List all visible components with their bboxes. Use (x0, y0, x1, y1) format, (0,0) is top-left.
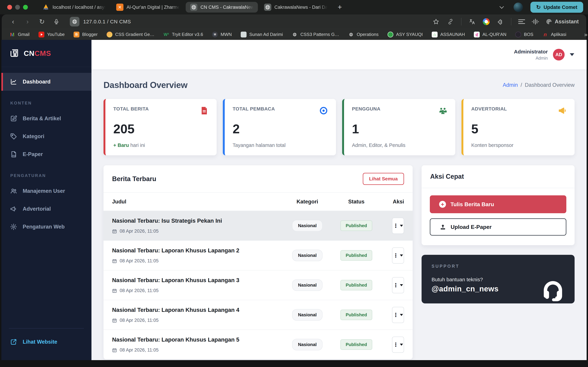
tab-list-chevron-icon[interactable] (499, 4, 504, 8)
bookmark-gmail[interactable]: M Gmail (9, 32, 30, 37)
browser-profile-icon[interactable] (483, 18, 490, 25)
sidebar-item-advertorial[interactable]: Advertorial (1, 200, 92, 218)
extensions-puzzle-icon[interactable] (496, 18, 504, 25)
bookmark-aplikasi[interactable]: n Aplikasi (542, 32, 566, 37)
refresh-icon: ↻ (536, 4, 541, 10)
row-actions-dropdown[interactable]: ⋮ (392, 307, 404, 323)
sidebar-item-kategori[interactable]: Kategori (1, 127, 92, 145)
bookmark-youtube[interactable]: YouTube (39, 32, 65, 37)
row-actions-dropdown[interactable]: ⋮ (392, 218, 404, 234)
sidebar-item-epaper[interactable]: PDF E-Paper (1, 145, 92, 163)
tab-title: Al-Qur'an Digital | Zharmedia (127, 5, 179, 10)
lihat-semua-button[interactable]: Lihat Semua (363, 173, 404, 185)
bookmark-operations[interactable]: Operations (348, 32, 379, 37)
tab-bar: PMA localhost / localhost / asysya ✕ Al-… (0, 0, 588, 14)
update-comet-button[interactable]: ↻ Update Comet (530, 2, 583, 13)
tulis-berita-baru-button[interactable]: + Tulis Berita Baru (430, 195, 566, 213)
calendar-icon (112, 288, 117, 293)
sidebar-section-konten: KONTEN (1, 91, 92, 110)
row-actions-dropdown[interactable]: ⋮ (392, 277, 404, 293)
bookmark-bos[interactable]: BOS (515, 32, 533, 37)
bookmarks-overflow-chevron[interactable]: » (584, 31, 588, 38)
reading-list-icon[interactable] (518, 19, 525, 24)
bookmark-tryit-editor[interactable]: W³ Tryit Editor v3.6 (163, 32, 203, 37)
stat-cards: TOTAL BERITA 205 + Baru hari ini TOTAL P… (103, 99, 575, 155)
page-frame: CNCMS Dashboard KONTEN Berita & Artikel … (0, 40, 588, 360)
category-badge: Nasional (292, 309, 322, 321)
bookmark-star-icon[interactable] (432, 18, 440, 25)
file-lines-icon (200, 106, 209, 116)
user-menu-caret-icon[interactable] (570, 53, 574, 56)
aplikasi-icon: n (542, 32, 548, 37)
bookmark-mwn[interactable]: M MWN (212, 32, 232, 37)
row-actions-dropdown[interactable]: ⋮ (392, 337, 404, 353)
tab-cakrawalanews[interactable]: CakrawalaNews - Dari Daera (260, 2, 332, 13)
back-button[interactable]: ‹ (9, 18, 17, 25)
bookmark-sunan-ad-darimi[interactable]: Sunan Ad Darimi (241, 32, 283, 37)
svg-text:PDF: PDF (12, 155, 16, 157)
sidebar-item-pengaturan-web[interactable]: Pengaturan Web (1, 218, 92, 236)
copy-link-icon[interactable] (447, 18, 454, 25)
external-link-icon (10, 338, 17, 346)
maximize-window-button[interactable] (23, 5, 28, 10)
chart-line-icon (10, 78, 17, 85)
edit-icon (10, 115, 17, 122)
bookmark-assaunah[interactable]: ⌂ ASSAUNAH (432, 32, 465, 37)
translate-icon[interactable] (468, 18, 476, 25)
megaphone-icon (558, 106, 567, 116)
bookmark-alquran[interactable]: ʠ AL-QUR'AN (474, 32, 506, 37)
table-row: Nasional Terbaru: Laporan Khusus Lapanga… (103, 270, 413, 300)
row-actions-dropdown[interactable]: ⋮ (392, 247, 404, 264)
assistant-icon (546, 18, 552, 25)
breadcrumb: Admin / Dashboard Overview (503, 82, 575, 88)
minimize-window-button[interactable] (15, 5, 20, 10)
close-window-button[interactable] (7, 5, 12, 10)
app-logo[interactable]: CNCMS (1, 40, 92, 67)
newspaper-icon (9, 48, 19, 59)
aksi-cepat-panel: Aksi Cepat + Tulis Berita Baru Upload E-… (422, 165, 575, 245)
address-bar[interactable]: 127.0.0.1 / CN CMS (70, 17, 425, 26)
bos-icon (515, 32, 521, 37)
sidebar-item-manajemen-user[interactable]: Manajemen User (1, 182, 92, 200)
sidebar-item-dashboard[interactable]: Dashboard (1, 73, 92, 91)
blogger-icon: B (74, 32, 79, 37)
tag-icon (10, 133, 17, 140)
category-badge: Nasional (292, 279, 322, 291)
site-info-globe-icon[interactable] (70, 17, 79, 26)
bookmark-asy-syauqi[interactable]: ASY SYAUQI (388, 32, 423, 37)
forward-button[interactable]: › (24, 18, 31, 25)
bookmark-blogger[interactable]: B Blogger (74, 32, 98, 37)
sunan-icon (241, 32, 247, 37)
avatar[interactable]: AD (553, 49, 565, 60)
window-bottom-edge (0, 360, 588, 367)
breadcrumb-admin-link[interactable]: Admin (503, 82, 518, 88)
stat-card-total-berita: TOTAL BERITA 205 + Baru hari ini (103, 99, 217, 155)
status-badge: Published (341, 250, 372, 261)
status-badge: Published (341, 220, 372, 231)
dashboard-content: Dashboard Overview Admin / Dashboard Ove… (92, 69, 587, 360)
voice-waveform-icon[interactable] (532, 19, 539, 25)
reload-button[interactable]: ↻ (38, 18, 46, 25)
sidebar-divider (9, 328, 84, 328)
sidebar-item-berita-artikel[interactable]: Berita & Artikel (1, 110, 92, 127)
sidebar-item-lihat-website[interactable]: Lihat Website (1, 333, 92, 351)
status-badge: Published (341, 339, 372, 350)
tab-alquran-digital[interactable]: ✕ Al-Qur'an Digital | Zharmedia (112, 2, 184, 13)
upload-epaper-button[interactable]: Upload E-Paper (430, 218, 566, 235)
tab-phpmyadmin[interactable]: PMA localhost / localhost / asysya (38, 2, 110, 13)
tab-cn-cms-active[interactable]: CN CMS - CakrawalaNews A (186, 2, 258, 13)
asy-syauqi-icon (388, 32, 393, 37)
microphone-icon[interactable] (53, 18, 60, 25)
bookmark-css-gradient[interactable]: CSS Gradient Ge… (107, 32, 154, 37)
status-badge: Published (341, 310, 372, 320)
window-controls (7, 5, 28, 10)
browser-window: PMA localhost / localhost / asysya ✕ Al-… (0, 0, 588, 367)
assistant-button[interactable]: Assistant (546, 18, 579, 25)
file-pdf-icon: PDF (10, 151, 17, 158)
berita-terbaru-panel: Berita Terbaru Lihat Semua Judul Kategor… (103, 165, 413, 359)
profile-avatar[interactable] (513, 3, 523, 12)
bookmark-css3-patterns[interactable]: CSS3 Patterns G… (292, 32, 339, 37)
support-label: SUPPORT (432, 264, 565, 269)
sidebar: CNCMS Dashboard KONTEN Berita & Artikel … (1, 40, 92, 360)
new-tab-button[interactable]: + (333, 3, 346, 11)
